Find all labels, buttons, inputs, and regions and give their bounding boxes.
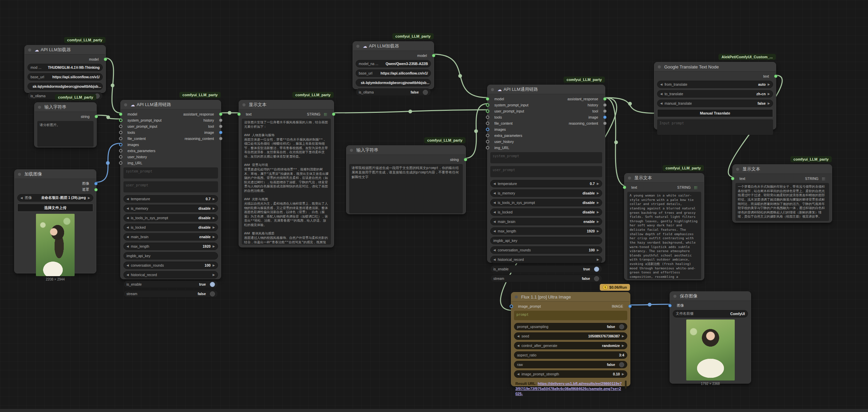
decrement-arrow-icon[interactable]: ◀: [660, 92, 663, 96]
toggle-knob[interactable]: [619, 362, 624, 367]
input-slot-dot-user_history[interactable]: [119, 155, 122, 159]
input-slot-dot-tools[interactable]: [119, 131, 122, 134]
field-widget-base_url[interactable]: base_urlhttps://api.siliconflow.cn/v1/: [27, 73, 103, 81]
node-flux-ultra[interactable]: $$0.06/RunFlux 1.1 [pro] Ultra Imageimag…: [511, 292, 630, 386]
collapse-dot-icon[interactable]: [658, 65, 661, 68]
combo-widget-conversation_rounds[interactable]: ◀conversation_rounds100▶: [123, 262, 218, 269]
input-slot-dot-model[interactable]: [486, 97, 489, 101]
input-slot-dot-image_prompt[interactable]: [510, 305, 513, 308]
node-llm-chain-1[interactable]: comfyui_LLM_party☁API LLM通用链路modelassist…: [120, 100, 221, 279]
combo-widget-is_locked[interactable]: ◀is_lockeddisable▶: [123, 224, 218, 231]
decrement-arrow-icon[interactable]: ◀: [126, 264, 129, 267]
decrement-arrow-icon[interactable]: ◀: [493, 201, 496, 204]
increment-arrow-icon[interactable]: ▶: [768, 83, 770, 86]
decrement-arrow-icon[interactable]: ◀: [493, 182, 496, 185]
combo-widget-seed[interactable]: ◀seed1050893767386387▶: [514, 332, 627, 340]
input-slot-dot-file_content[interactable]: [119, 137, 122, 140]
toggle-knob[interactable]: [619, 324, 624, 329]
input-slot-dot-text[interactable]: [237, 112, 241, 116]
input-slot-dot-img_URL[interactable]: [486, 146, 489, 149]
decrement-arrow-icon[interactable]: ◀: [126, 235, 129, 239]
field-widget-model_na ...[interactable]: model_na ...Qwen/Qwen3-235B-A22B: [356, 60, 431, 67]
output-slot-dot-assistant_response[interactable]: [603, 97, 607, 101]
output-slot-dot-text[interactable]: [774, 75, 777, 78]
decrement-arrow-icon[interactable]: ◀: [517, 373, 519, 376]
toggle-widget-is_ollama[interactable]: is_ollamafalse: [356, 88, 431, 96]
output-slot-dot-image[interactable]: [219, 131, 222, 134]
input-slot-dot-text[interactable]: [731, 177, 734, 180]
output-slot-dot-history[interactable]: [219, 119, 222, 122]
input-slot-dot-extra_parameters[interactable]: [119, 149, 122, 152]
increment-arrow-icon[interactable]: ▶: [768, 102, 770, 105]
collapse-dot-icon[interactable]: [673, 295, 676, 298]
textarea-content[interactable]: 请帮我根据图片描述生成一段用于文生图的纯英文prompt，你的输出结果将直接用于…: [349, 164, 463, 213]
increment-arrow-icon[interactable]: ▶: [597, 249, 599, 252]
textarea-content[interactable]: 请分析图片。: [37, 121, 94, 147]
combo-widget-manual_translate[interactable]: ◀manual_translatefalse▶: [657, 100, 773, 107]
combo-widget-is_tools_in_sys_prompt[interactable]: ◀is_tools_in_sys_promptdisable▶: [123, 214, 218, 222]
field-widget-base_url[interactable]: base_urlhttps://api.siliconflow.cn/v1/: [356, 69, 431, 77]
link-midpoint-dot[interactable]: [106, 116, 110, 119]
textarea-system_prompt[interactable]: system_prompt: [123, 167, 218, 179]
increment-arrow-icon[interactable]: ▶: [768, 92, 770, 96]
collapse-dot-icon[interactable]: [18, 173, 21, 176]
decrement-arrow-icon[interactable]: ◀: [126, 245, 129, 248]
combo-widget-is_tools_in_sys_prompt[interactable]: ◀is_tools_in_sys_promptdisable▶: [490, 199, 602, 206]
collapse-dot-icon[interactable]: [28, 48, 31, 52]
input-slot-dot-file_content[interactable]: [486, 122, 489, 125]
toggle-widget-raw[interactable]: rawfalse: [514, 361, 627, 368]
toggle-widget-is_enable[interactable]: is_enabletrue: [490, 265, 602, 273]
textarea-user_prompt[interactable]: user_prompt: [123, 181, 218, 192]
output-slot-dot-图像[interactable]: [94, 182, 98, 185]
collapse-dot-icon[interactable]: [242, 103, 245, 106]
input-slot-dot-system_prompt_input[interactable]: [119, 119, 122, 122]
combo-widget-max_length[interactable]: ◀max_length1920▶: [123, 243, 218, 250]
combo-widget-is_memory[interactable]: ◀is_memorydisable▶: [490, 189, 602, 197]
output-slot-dot-assistant_response[interactable]: [219, 112, 222, 116]
input-slot-dot-user_prompt_input[interactable]: [119, 125, 122, 128]
link-midpoint-dot[interactable]: [648, 303, 652, 307]
increment-arrow-icon[interactable]: ▶: [622, 344, 624, 347]
output-slot-dot-reasoning_content[interactable]: [219, 137, 222, 140]
decrement-arrow-icon[interactable]: ◀: [660, 83, 663, 86]
link-midpoint-dot[interactable]: [409, 110, 412, 114]
output-slot-dot-image[interactable]: [603, 116, 607, 119]
input-slot-dot-tools[interactable]: [486, 116, 489, 119]
increment-arrow-icon[interactable]: ▶: [622, 335, 624, 338]
scrollbar-thumb[interactable]: [625, 380, 627, 389]
input-slot-dot-img_URL[interactable]: [119, 161, 122, 165]
collapse-dot-icon[interactable]: [491, 88, 494, 91]
combo-widget-historical_record[interactable]: ◀historical_record▶: [490, 256, 602, 263]
input-slot-dot-user_history[interactable]: [486, 140, 489, 143]
link-midpoint-dot[interactable]: [228, 111, 232, 115]
node-display-text-2[interactable]: comfyui_LLM_party显示文本textSTRINGA young w…: [624, 173, 704, 280]
collapse-dot-icon[interactable]: [515, 295, 518, 298]
increment-arrow-icon[interactable]: ▶: [597, 182, 599, 185]
input-slot-dot-images[interactable]: [486, 128, 489, 131]
output-slot-dot-reasoning_content[interactable]: [603, 122, 607, 125]
decrement-arrow-icon[interactable]: ◀: [493, 230, 496, 233]
button-选择文件上传[interactable]: 选择文件上传: [17, 204, 93, 212]
link-midpoint-dot[interactable]: [111, 84, 115, 87]
combo-widget-temperature[interactable]: ◀temperature0.7▶: [123, 195, 218, 203]
combo-widget-temperature[interactable]: ◀temperature0.7▶: [490, 180, 602, 187]
toggle-widget-stream[interactable]: streamfalse: [490, 275, 602, 282]
output-slot-dot-IMAGE[interactable]: [628, 305, 632, 308]
textarea-content[interactable]: 这张图片呈现了一位身着水手服风格服装的人物，结合画面元素分析如下： ### 人物…: [242, 119, 331, 245]
decrement-arrow-icon[interactable]: ◀: [493, 220, 496, 223]
collapse-dot-icon[interactable]: [350, 149, 353, 152]
combo-widget-conversation_rounds[interactable]: ◀conversation_rounds100▶: [490, 246, 602, 254]
increment-arrow-icon[interactable]: ▶: [597, 201, 599, 204]
value-widget-value[interactable]: sk-lqtymkdormxdgbeorcgjnowltbhbjsb...: [356, 79, 431, 86]
field-widget-mod ...[interactable]: mod ...THUDM/GLM-4.1V-9B-Thinking: [27, 64, 103, 71]
collapse-dot-icon[interactable]: [124, 103, 127, 106]
link-midpoint-dot[interactable]: [628, 102, 632, 106]
collapse-dot-icon[interactable]: [38, 106, 41, 109]
node-display-text-1[interactable]: comfyui_LLM_party显示文本textSTRING这张图片呈现了一位…: [239, 100, 334, 247]
decrement-arrow-icon[interactable]: ◀: [517, 344, 519, 347]
toggle-widget-stream[interactable]: streamfalse: [123, 290, 218, 297]
input-slot-dot-text[interactable]: [623, 186, 626, 189]
output-slot-dot-tool[interactable]: [219, 125, 222, 128]
collapse-dot-icon[interactable]: [628, 177, 631, 180]
increment-arrow-icon[interactable]: ▶: [597, 258, 599, 261]
